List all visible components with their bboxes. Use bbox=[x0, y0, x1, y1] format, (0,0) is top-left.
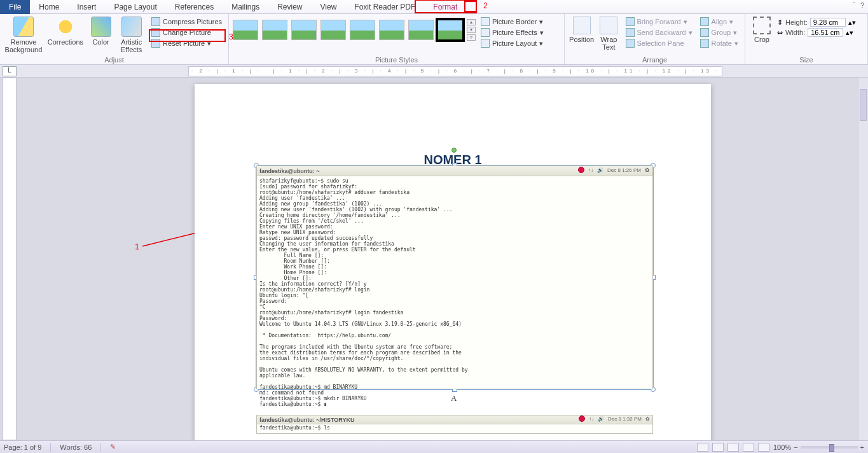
width-label: Width: bbox=[785, 29, 805, 36]
terminal-screenshot-2: fandestika@ubuntu: ~/HISTORYKU ↑↓ 🔊 Dec … bbox=[256, 415, 653, 434]
selection-pane-button[interactable]: Selection Pane bbox=[623, 38, 695, 48]
bring-forward-label: Bring Forward bbox=[637, 18, 681, 25]
gallery-down-icon[interactable]: ▾ bbox=[467, 27, 476, 33]
tab-home[interactable]: Home bbox=[30, 0, 68, 14]
terminal-body: shafarizkyf@ubuntu:~$ sudo su [sudo] pas… bbox=[257, 176, 652, 409]
picture-style-thumb[interactable] bbox=[320, 20, 346, 40]
ribbon-tabs: File Home Insert Page Layout References … bbox=[0, 0, 868, 14]
ruler-bar: L · 2 · | · 1 · | · · | · 1 · | · 2 · | … bbox=[0, 65, 868, 78]
gallery-up-icon[interactable]: ▴ bbox=[467, 19, 476, 25]
tab-foxit[interactable]: Foxit Reader PDF bbox=[345, 0, 424, 14]
vertical-ruler[interactable] bbox=[3, 78, 17, 440]
picture-style-thumb[interactable] bbox=[291, 20, 317, 40]
group-button[interactable]: Group ▾ bbox=[698, 27, 741, 38]
send-backward-button[interactable]: Send Backward ▾ bbox=[623, 27, 695, 38]
bring-forward-button[interactable]: Bring Forward ▾ bbox=[623, 17, 695, 27]
change-picture-button[interactable]: Change Picture bbox=[149, 27, 224, 38]
status-words[interactable]: Words: 66 bbox=[60, 443, 92, 451]
tab-references[interactable]: References bbox=[166, 0, 223, 14]
vertical-scrollbar[interactable] bbox=[858, 78, 868, 440]
volume-icon: 🔊 bbox=[598, 416, 604, 422]
picture-style-thumb[interactable] bbox=[262, 20, 287, 40]
tab-page-layout[interactable]: Page Layout bbox=[105, 0, 165, 14]
tab-view[interactable]: View bbox=[312, 0, 346, 14]
group-picture-styles: ▴▾▿ Picture Border ▾ Picture Effects ▾ P… bbox=[229, 14, 565, 64]
remove-background-button[interactable]: Remove Background bbox=[4, 15, 43, 53]
tab-selector[interactable]: L bbox=[3, 66, 17, 76]
artistic-effects-button[interactable]: Artistic Effects bbox=[116, 15, 146, 53]
zoom-slider[interactable] bbox=[801, 446, 858, 449]
position-button[interactable]: Position bbox=[568, 15, 595, 43]
window-controls: ˇ ? bbox=[853, 1, 864, 9]
corrections-button[interactable]: Corrections bbox=[46, 15, 85, 46]
picture-style-thumb[interactable] bbox=[350, 20, 375, 40]
color-label: Color bbox=[92, 38, 109, 46]
tab-format[interactable]: Format bbox=[424, 0, 466, 14]
height-input[interactable]: 9.28 cm bbox=[810, 18, 846, 27]
view-outline-button[interactable] bbox=[743, 443, 754, 452]
stepper-icon[interactable]: ▴▾ bbox=[848, 18, 856, 27]
rotate-button[interactable]: Rotate ▾ bbox=[698, 38, 741, 48]
gallery-more-icon[interactable]: ▿ bbox=[467, 34, 476, 41]
proofing-icon[interactable]: ✎ bbox=[110, 443, 116, 451]
picture-border-button[interactable]: Picture Border ▾ bbox=[478, 17, 546, 27]
tab-mailings[interactable]: Mailings bbox=[223, 0, 268, 14]
picture-layout-button[interactable]: Picture Layout ▾ bbox=[478, 38, 546, 48]
group-icon bbox=[700, 28, 709, 37]
remove-background-label: Remove Background bbox=[5, 38, 43, 53]
zoom-in-button[interactable]: + bbox=[860, 443, 864, 451]
group-size-label: Size bbox=[745, 56, 867, 64]
terminal-body: fandestika@ubuntu:~$ ls bbox=[257, 424, 652, 431]
terminal-screenshot-1: fandestika@ubuntu: ~ ↑↓ 🔊 Dec 8 1:26 PM … bbox=[256, 165, 653, 389]
view-web-layout-button[interactable] bbox=[727, 443, 739, 452]
picture-effects-button[interactable]: Picture Effects ▾ bbox=[478, 27, 546, 38]
picture-style-thumb[interactable] bbox=[379, 20, 404, 40]
change-picture-icon bbox=[151, 28, 160, 37]
canvas[interactable]: 1 NOMER 1 fandestika@ubuntu: ~ bbox=[17, 78, 868, 440]
corrections-icon bbox=[55, 17, 76, 37]
position-label: Position bbox=[569, 36, 594, 43]
remove-background-icon bbox=[13, 17, 34, 37]
picture-effects-label: Picture Effects bbox=[492, 29, 537, 36]
tab-file[interactable]: File bbox=[0, 0, 30, 14]
wrap-text-label: Wrap Text bbox=[600, 36, 617, 51]
horizontal-ruler[interactable]: · 2 · | · 1 · | · · | · 1 · | · 2 · | · … bbox=[188, 66, 722, 76]
zoom-level[interactable]: 100% bbox=[773, 443, 791, 451]
gear-icon: ✿ bbox=[645, 167, 650, 173]
zoom-out-button[interactable]: − bbox=[794, 443, 797, 451]
group-adjust-label: Adjust bbox=[0, 56, 228, 64]
close-icon bbox=[579, 415, 585, 422]
stepper-icon[interactable]: ▴▾ bbox=[846, 29, 853, 37]
align-icon bbox=[700, 17, 709, 26]
picture-style-thumb[interactable] bbox=[408, 20, 434, 40]
view-full-screen-button[interactable] bbox=[712, 443, 724, 452]
group-styles-label: Picture Styles bbox=[229, 56, 564, 64]
crop-icon bbox=[753, 17, 771, 34]
change-picture-label: Change Picture bbox=[163, 29, 211, 36]
reset-picture-button[interactable]: Reset Picture ▾ bbox=[149, 38, 224, 48]
tab-insert[interactable]: Insert bbox=[68, 0, 105, 14]
rotate-handle[interactable] bbox=[451, 148, 457, 153]
width-input[interactable]: 16.51 cm bbox=[808, 28, 843, 37]
annotation-3: 3 bbox=[229, 32, 233, 41]
compress-pictures-button[interactable]: Compress Pictures bbox=[149, 17, 224, 27]
scrollbar-thumb[interactable] bbox=[860, 89, 867, 121]
picture-style-thumb[interactable] bbox=[233, 20, 258, 40]
gear-icon: ✿ bbox=[645, 416, 650, 422]
crop-label: Crop bbox=[754, 36, 769, 43]
color-button[interactable]: Color bbox=[88, 15, 114, 46]
picture-style-gallery[interactable]: ▴▾▿ bbox=[233, 15, 476, 41]
terminal-time: Dec 8 1:32 PM bbox=[608, 416, 642, 422]
corrections-label: Corrections bbox=[48, 38, 83, 46]
wrap-text-button[interactable]: Wrap Text bbox=[597, 15, 620, 51]
view-print-layout-button[interactable] bbox=[697, 443, 708, 452]
crop-button[interactable]: Crop bbox=[749, 15, 775, 43]
status-page[interactable]: Page: 1 of 9 bbox=[4, 443, 41, 451]
send-backward-icon bbox=[626, 28, 635, 37]
ribbon-minimize-icon[interactable]: ˇ bbox=[853, 1, 855, 9]
help-icon[interactable]: ? bbox=[860, 1, 864, 9]
align-button[interactable]: Align ▾ bbox=[698, 17, 741, 27]
tab-review[interactable]: Review bbox=[268, 0, 311, 14]
view-draft-button[interactable] bbox=[758, 443, 769, 452]
picture-style-thumb-selected[interactable] bbox=[437, 20, 463, 40]
